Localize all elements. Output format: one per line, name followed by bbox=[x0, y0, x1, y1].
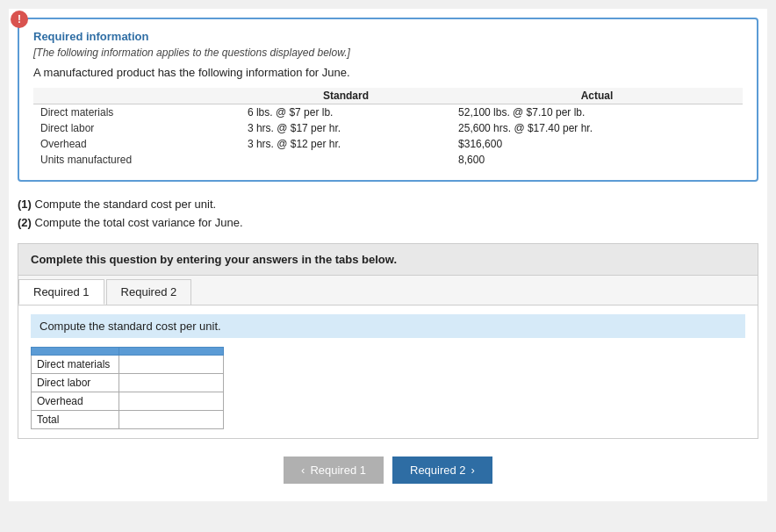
tab-content-required1: Compute the standard cost per unit. Dire… bbox=[18, 306, 758, 438]
tab-required1[interactable]: Required 1 bbox=[18, 279, 104, 305]
instruction-line2: (2) Compute the total cost variance for … bbox=[18, 214, 758, 233]
answer-input-total[interactable] bbox=[125, 413, 218, 426]
table-row: Overhead3 hrs. @ $12 per hr.$316,600 bbox=[33, 136, 743, 152]
instruction2-bold: (2) bbox=[18, 216, 32, 229]
instruction1-bold: (1) bbox=[18, 198, 32, 211]
row-label: Units manufactured bbox=[33, 152, 241, 169]
instruction1-text: Compute the standard cost per unit. bbox=[32, 198, 216, 211]
prev-arrow-icon bbox=[301, 464, 305, 477]
instruction-line1: (1) Compute the standard cost per unit. bbox=[18, 196, 758, 214]
main-container: ! Required information [The following in… bbox=[9, 9, 767, 501]
answer-row-input-cell[interactable] bbox=[119, 355, 224, 373]
instruction-bar-text: Complete this question by entering your … bbox=[31, 253, 397, 266]
answer-row: Total bbox=[32, 410, 224, 428]
row-standard: 3 hrs. @ $12 per hr. bbox=[241, 136, 451, 152]
answer-row: Direct materials bbox=[32, 355, 224, 373]
tabs-row: Required 1 Required 2 bbox=[18, 276, 758, 306]
answer-row-label: Direct materials bbox=[32, 355, 119, 373]
row-standard bbox=[241, 152, 451, 169]
row-actual: $316,600 bbox=[451, 136, 743, 152]
col-actual: Actual bbox=[451, 88, 743, 104]
col-standard: Standard bbox=[241, 88, 451, 104]
info-box-subtitle: [The following information applies to th… bbox=[33, 47, 743, 59]
row-label: Direct materials bbox=[33, 104, 241, 121]
next-button[interactable]: Required 2 bbox=[392, 457, 492, 484]
nav-buttons: Required 1 Required 2 bbox=[18, 457, 758, 492]
info-table: Standard Actual Direct materials6 lbs. @… bbox=[33, 88, 743, 169]
instruction2-text: Compute the total cost variance for June… bbox=[32, 216, 243, 229]
next-button-label: Required 2 bbox=[410, 464, 466, 477]
answer-input-direct-labor[interactable] bbox=[125, 377, 218, 389]
answer-col-header1 bbox=[32, 347, 119, 355]
row-actual: 8,600 bbox=[451, 152, 743, 169]
row-actual: 52,100 lbs. @ $7.10 per lb. bbox=[451, 104, 743, 121]
table-row: Direct labor3 hrs. @ $17 per hr.25,600 h… bbox=[33, 120, 743, 136]
tabs-container: Required 1 Required 2 Compute the standa… bbox=[18, 276, 758, 439]
col-label bbox=[33, 88, 241, 104]
row-label: Direct labor bbox=[33, 120, 241, 136]
table-row: Units manufactured8,600 bbox=[33, 152, 743, 169]
answer-row-input-cell[interactable] bbox=[119, 410, 224, 428]
answer-row: Overhead bbox=[32, 392, 224, 410]
alert-icon: ! bbox=[11, 11, 28, 28]
answer-table: Direct materialsDirect laborOverheadTota… bbox=[31, 347, 224, 429]
answer-row-input-cell[interactable] bbox=[119, 392, 224, 410]
instruction-bar: Complete this question by entering your … bbox=[18, 243, 758, 276]
answer-row-label: Direct labor bbox=[32, 373, 119, 392]
info-box: ! Required information [The following in… bbox=[18, 18, 758, 182]
answer-row-input-cell[interactable] bbox=[119, 373, 224, 392]
row-actual: 25,600 hrs. @ $17.40 per hr. bbox=[451, 120, 743, 136]
answer-input-direct-materials[interactable] bbox=[125, 358, 218, 370]
row-standard: 6 lbs. @ $7 per lb. bbox=[241, 104, 451, 121]
info-box-title: Required information bbox=[33, 30, 743, 43]
answer-row-label: Overhead bbox=[32, 392, 119, 410]
answer-row-label: Total bbox=[32, 410, 119, 428]
instructions: (1) Compute the standard cost per unit. … bbox=[18, 196, 758, 233]
table-row: Direct materials6 lbs. @ $7 per lb.52,10… bbox=[33, 104, 743, 121]
row-label: Overhead bbox=[33, 136, 241, 152]
prev-button[interactable]: Required 1 bbox=[284, 457, 384, 484]
tab-required2[interactable]: Required 2 bbox=[106, 279, 192, 305]
prev-button-label: Required 1 bbox=[310, 464, 366, 477]
info-box-intro: A manufactured product has the following… bbox=[33, 66, 743, 79]
answer-row: Direct labor bbox=[32, 373, 224, 392]
row-standard: 3 hrs. @ $17 per hr. bbox=[241, 120, 451, 136]
tab-question: Compute the standard cost per unit. bbox=[31, 314, 745, 338]
answer-col-header2 bbox=[119, 347, 224, 355]
next-arrow-icon bbox=[471, 464, 475, 477]
answer-input-overhead[interactable] bbox=[125, 395, 218, 407]
